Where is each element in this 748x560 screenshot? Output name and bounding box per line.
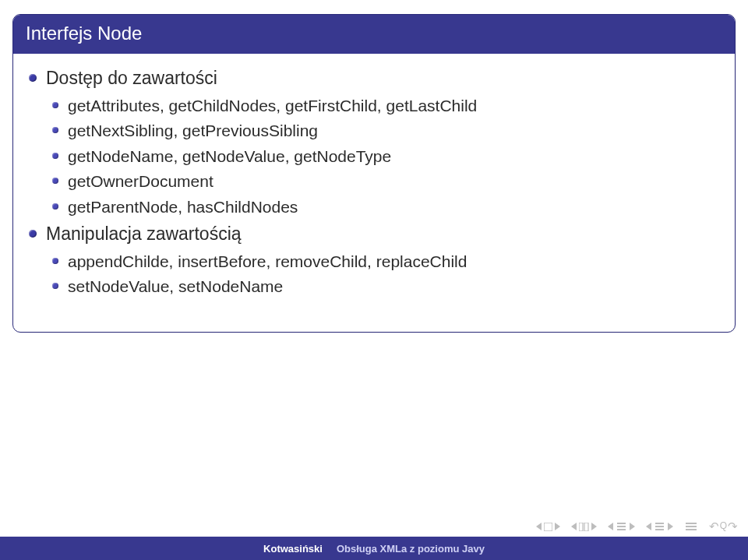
undo-icon: ↶ bbox=[709, 519, 718, 534]
nav-controls: ↶ Q ↷ bbox=[536, 519, 737, 534]
prev-icon bbox=[646, 523, 651, 530]
nav-lines-1[interactable] bbox=[608, 523, 635, 530]
block-title: Interfejs Node bbox=[13, 15, 735, 54]
list-item: getNodeName, getNodeValue, getNodeType bbox=[68, 144, 722, 169]
prev-icon bbox=[608, 523, 613, 530]
menu-icon[interactable] bbox=[686, 523, 697, 530]
item-list: getAttributes, getChildNodes, getFirstCh… bbox=[46, 93, 722, 220]
slide: Interfejs Node Dostęp do zawartości getA… bbox=[0, 0, 748, 560]
list-item: getOwnerDocument bbox=[68, 169, 722, 194]
svg-rect-0 bbox=[544, 523, 552, 531]
footer-author: Kotwasiński bbox=[263, 543, 323, 555]
list-item: setNodeValue, setNodeName bbox=[68, 274, 722, 299]
list-item: appendChilde, insertBefore, removeChild,… bbox=[68, 249, 722, 274]
prev-section-icon bbox=[571, 523, 577, 530]
next-icon bbox=[555, 523, 560, 530]
footer-bar: Kotwasiński Obsługa XMLa z poziomu Javy bbox=[0, 537, 748, 560]
section-label: Dostęp do zawartości bbox=[46, 68, 217, 88]
sections-icon bbox=[579, 523, 589, 531]
redo-icon: ↷ bbox=[728, 519, 737, 534]
footer-title: Obsługa XMLa z poziomu Javy bbox=[337, 543, 485, 555]
section-item: Manipulacja zawartością appendChilde, in… bbox=[46, 220, 722, 299]
list-item: getAttributes, getChildNodes, getFirstCh… bbox=[68, 93, 722, 118]
svg-rect-2 bbox=[584, 523, 588, 531]
undo-redo[interactable]: ↶ Q ↷ bbox=[709, 519, 737, 534]
first-icon bbox=[536, 523, 542, 530]
list-item: getNextSibling, getPreviousSibling bbox=[68, 118, 722, 143]
block-body: Dostęp do zawartości getAttributes, getC… bbox=[13, 54, 735, 332]
lines-icon bbox=[617, 523, 626, 530]
next-icon bbox=[630, 523, 635, 530]
nav-section[interactable] bbox=[571, 523, 597, 531]
section-label: Manipulacja zawartością bbox=[46, 224, 242, 244]
item-list: appendChilde, insertBefore, removeChild,… bbox=[46, 249, 722, 299]
lines-icon bbox=[655, 523, 664, 530]
search-icon: Q bbox=[720, 520, 726, 534]
nav-first-prev[interactable] bbox=[536, 523, 560, 531]
page-icon bbox=[544, 523, 552, 531]
section-item: Dostęp do zawartości getAttributes, getC… bbox=[46, 65, 722, 219]
section-list: Dostęp do zawartości getAttributes, getC… bbox=[26, 65, 722, 299]
next-icon bbox=[668, 523, 673, 530]
nav-lines-2[interactable] bbox=[646, 523, 673, 530]
content-block: Interfejs Node Dostęp do zawartości getA… bbox=[12, 14, 736, 333]
next-section-icon bbox=[591, 523, 597, 530]
list-item: getParentNode, hasChildNodes bbox=[68, 195, 722, 220]
svg-rect-1 bbox=[579, 523, 583, 531]
